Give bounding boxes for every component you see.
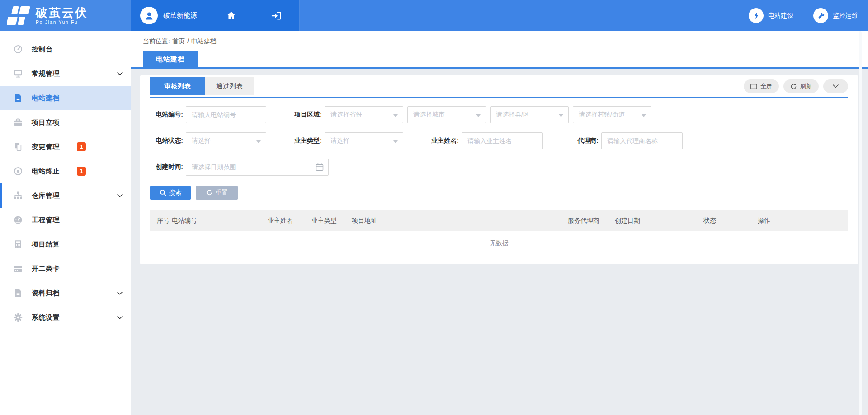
create-time-label: 创建时间: [150, 163, 183, 171]
sitemap-icon [13, 191, 23, 201]
monitor-icon [13, 69, 23, 79]
reset-icon [206, 189, 212, 196]
sidebar-item-label: 项目结算 [32, 240, 60, 249]
sidebar: 控制台 常规管理 电站建档 项目立项 [0, 31, 131, 415]
sidebar-item-station-termination[interactable]: 电站终止 1 [0, 159, 131, 183]
chevron-down-icon [833, 84, 839, 88]
fullscreen-button[interactable]: 全屏 [744, 79, 779, 93]
document-icon [13, 93, 23, 103]
fullscreen-label: 全屏 [760, 82, 772, 90]
filter-row-3: 创建时间: [150, 159, 848, 176]
sidebar-item-console[interactable]: 控制台 [0, 37, 131, 61]
sidebar-item-warehouse-mgmt[interactable]: 仓库管理 [0, 183, 131, 208]
district-select[interactable]: 请选择县/区 [490, 106, 569, 123]
refresh-icon [790, 83, 797, 90]
station-status-select[interactable]: 请选择 [186, 132, 266, 149]
header-user[interactable]: 破茧新能源 [131, 0, 208, 31]
wrench-icon [817, 12, 825, 20]
col-owner-name: 业主姓名 [268, 210, 293, 231]
chevron-down-icon [117, 72, 123, 75]
sidebar-item-label: 工程管理 [32, 216, 60, 224]
sidebar-item-project-initiation[interactable]: 项目立项 [0, 110, 131, 135]
sidebar-item-label: 电站终止 [32, 167, 60, 176]
panel-toolbar: 全屏 刷新 [744, 79, 848, 93]
nav-monitor-ops[interactable]: 监控运维 [813, 8, 858, 23]
brand-mark-icon [7, 6, 30, 26]
col-created: 创建日期 [615, 210, 640, 231]
search-icon [160, 189, 166, 196]
logout-button[interactable] [254, 0, 300, 31]
sidebar-item-engineering-mgmt[interactable]: 工程管理 [0, 208, 131, 232]
station-no-input[interactable] [186, 106, 266, 123]
nav-label: 监控运维 [833, 12, 858, 20]
sidebar-item-label: 系统设置 [32, 313, 60, 322]
chevron-down-icon [117, 194, 123, 197]
sidebar-item-label: 常规管理 [32, 70, 60, 78]
refresh-button[interactable]: 刷新 [783, 79, 819, 93]
caret-down-icon [393, 114, 398, 117]
notification-badge: 1 [77, 142, 86, 151]
city-select[interactable]: 请选择城市 [407, 106, 486, 123]
sidebar-item-general-mgmt[interactable]: 常规管理 [0, 61, 131, 86]
breadcrumb-zone: 当前位置: 首页 / 电站建档 电站建档 [131, 31, 868, 69]
date-range-input[interactable] [186, 159, 329, 176]
page-tab-station-filing[interactable]: 电站建档 [143, 51, 198, 67]
sign-out-icon [271, 10, 283, 21]
filter-form: 电站编号: 项目区域: 请选择省份 请选择城市 请选择县/区 [150, 98, 848, 176]
avatar [140, 7, 158, 24]
sidebar-item-label: 变更管理 [32, 143, 60, 151]
reset-button[interactable]: 重置 [196, 186, 238, 200]
agent-input[interactable] [601, 132, 683, 149]
owner-type-select[interactable]: 请选择 [325, 132, 403, 149]
home-button[interactable] [208, 0, 254, 31]
col-seq: 序号 [157, 210, 170, 231]
filter-row-1: 电站编号: 项目区域: 请选择省份 请选择城市 请选择县/区 [150, 106, 848, 123]
lightning-icon [752, 12, 760, 20]
collapse-toolbar-button[interactable] [823, 79, 848, 93]
sidebar-item-data-archive[interactable]: 资料归档 [0, 281, 131, 305]
caret-down-icon [256, 140, 261, 143]
region-label: 项目区域: [289, 111, 322, 119]
nav-station-build[interactable]: 电站建设 [749, 8, 793, 23]
bank-card-icon [13, 264, 23, 274]
sidebar-item-project-settlement[interactable]: 项目结算 [0, 232, 131, 256]
wrench-circle [813, 8, 828, 23]
province-placeholder: 请选择省份 [330, 111, 362, 119]
owner-name-label: 业主姓名: [426, 137, 459, 145]
search-button[interactable]: 搜索 [150, 186, 191, 200]
user-icon [144, 10, 155, 21]
tab-passed-list[interactable]: 通过列表 [205, 77, 254, 95]
scrollbar[interactable] [859, 31, 862, 415]
sidebar-item-label: 电站建档 [32, 94, 60, 103]
province-select[interactable]: 请选择省份 [325, 106, 403, 123]
company-name: 破茧新能源 [163, 11, 197, 20]
caret-down-icon [559, 114, 563, 117]
breadcrumb-home-link[interactable]: 首页 [172, 37, 185, 46]
brand-subtitle: Po Jian Yun Fu [36, 19, 88, 25]
tab-review-list[interactable]: 审核列表 [150, 77, 205, 95]
archive-document-icon [13, 288, 23, 298]
sidebar-item-system-settings[interactable]: 系统设置 [0, 305, 131, 330]
briefcase-icon [13, 117, 23, 127]
date-range-field [186, 159, 329, 176]
calculator-icon [13, 239, 23, 249]
brand-logo[interactable]: 破茧云伏 Po Jian Yun Fu [0, 0, 131, 31]
brand-text: 破茧云伏 Po Jian Yun Fu [36, 6, 88, 25]
calendar-icon [316, 163, 324, 171]
town-select[interactable]: 请选择村镇/街道 [573, 106, 651, 123]
lightning-circle [749, 8, 764, 23]
caret-down-icon [642, 114, 646, 117]
main-area: 当前位置: 首页 / 电站建档 电站建档 审核列表 通过列表 全屏 [131, 31, 868, 415]
owner-type-placeholder: 请选择 [330, 137, 349, 145]
city-placeholder: 请选择城市 [413, 111, 445, 119]
copy-pages-icon [13, 142, 23, 152]
sidebar-item-change-mgmt[interactable]: 变更管理 1 [0, 135, 131, 159]
col-station-no: 电站编号 [172, 210, 197, 231]
station-status-placeholder: 请选择 [192, 137, 211, 145]
sidebar-item-open-type2-card[interactable]: 开二类卡 [0, 256, 131, 281]
sidebar-item-station-filing[interactable]: 电站建档 [0, 86, 131, 110]
col-owner-type: 业主类型 [311, 210, 337, 231]
owner-name-input[interactable] [462, 132, 543, 149]
speedometer-icon [13, 215, 23, 225]
station-status-label: 电站状态: [150, 137, 183, 145]
